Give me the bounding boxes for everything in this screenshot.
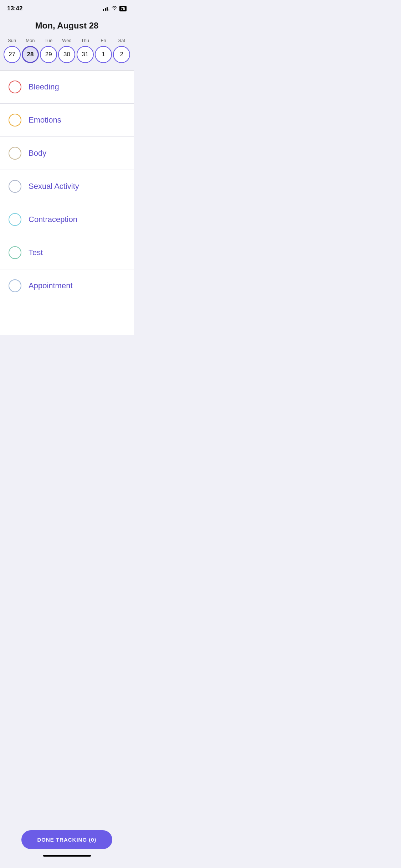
day-numbers: 27 28 29 30 31 1 2 (3, 46, 131, 63)
day-27[interactable]: 27 (4, 46, 21, 63)
day-label-thu: Thu (77, 38, 94, 43)
sexual-activity-label: Sexual Activity (29, 182, 79, 191)
day-label-wed: Wed (58, 38, 75, 43)
day-30[interactable]: 30 (58, 46, 75, 63)
day-31[interactable]: 31 (77, 46, 94, 63)
appointment-label: Appointment (29, 281, 73, 290)
status-time: 13:42 (7, 5, 22, 12)
test-circle (9, 246, 21, 259)
calendar-week: Sun Mon Tue Wed Thu Fri Sat 27 28 29 30 … (0, 35, 134, 70)
day-2[interactable]: 2 (113, 46, 130, 63)
emotions-circle (9, 114, 21, 126)
day-label-sat: Sat (113, 38, 130, 43)
tracking-item-sexual-activity[interactable]: Sexual Activity (0, 170, 134, 203)
bleeding-circle (9, 81, 21, 93)
day-label-mon: Mon (22, 38, 39, 43)
tracking-item-appointment[interactable]: Appointment (0, 269, 134, 335)
day-labels: Sun Mon Tue Wed Thu Fri Sat (3, 38, 131, 43)
tracking-list: Bleeding Emotions Body Sexual Activity C… (0, 71, 134, 335)
bleeding-label: Bleeding (29, 82, 59, 92)
day-label-tue: Tue (40, 38, 57, 43)
tracking-item-test[interactable]: Test (0, 236, 134, 269)
test-label: Test (29, 248, 43, 257)
date-title: Mon, August 28 (35, 21, 99, 30)
status-bar: 13:42 75 (0, 0, 134, 15)
tracking-item-emotions[interactable]: Emotions (0, 104, 134, 137)
contraception-label: Contraception (29, 215, 77, 224)
wifi-icon (112, 5, 117, 12)
emotions-label: Emotions (29, 115, 61, 125)
tracking-item-contraception[interactable]: Contraception (0, 203, 134, 236)
tracking-item-body[interactable]: Body (0, 137, 134, 170)
body-label: Body (29, 149, 46, 158)
signal-icon (103, 6, 109, 11)
day-label-sun: Sun (4, 38, 21, 43)
tracking-item-bleeding[interactable]: Bleeding (0, 71, 134, 104)
status-icons: 75 (103, 5, 127, 12)
battery-icon: 75 (119, 6, 127, 11)
sexual-activity-circle (9, 180, 21, 193)
date-header: Mon, August 28 (0, 15, 134, 35)
day-28-selected[interactable]: 28 (22, 46, 39, 63)
body-circle (9, 147, 21, 160)
contraception-circle (9, 213, 21, 226)
day-29[interactable]: 29 (40, 46, 57, 63)
day-1[interactable]: 1 (95, 46, 112, 63)
appointment-circle (9, 279, 21, 292)
day-label-fri: Fri (95, 38, 112, 43)
